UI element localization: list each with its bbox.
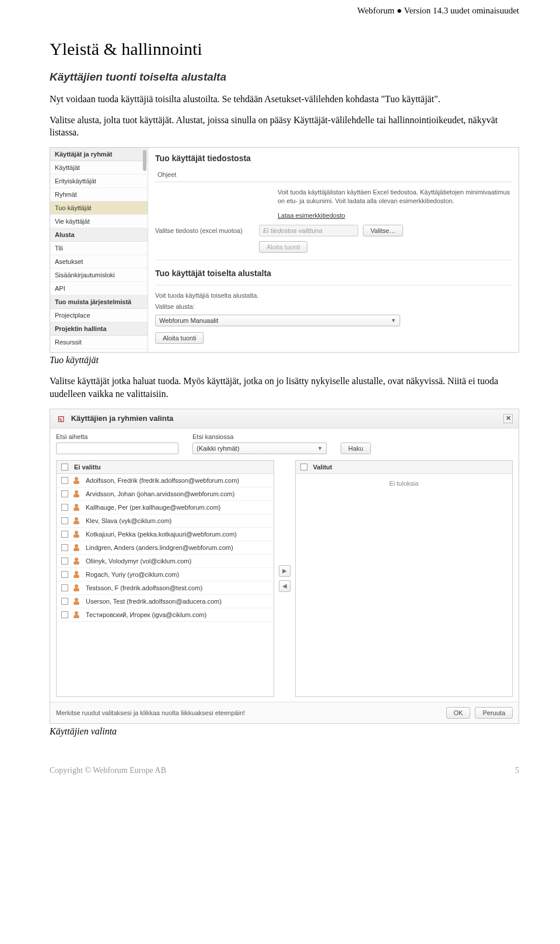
user-checkbox[interactable] <box>61 584 68 591</box>
sidebar-item-specialusers[interactable]: Erityiskäyttäjät <box>50 175 148 188</box>
user-row[interactable]: Arvidsson, Johan (johan.arvidsson@webfor… <box>57 487 274 501</box>
tab-help[interactable]: Ohjeet <box>155 168 184 182</box>
move-right-button[interactable]: ▶ <box>279 565 290 577</box>
ok-button[interactable]: OK <box>446 707 471 719</box>
dialog-title: Käyttäjien ja ryhmien valinta <box>71 414 174 423</box>
user-label: Arvidsson, Johan (johan.arvidsson@webfor… <box>86 490 235 497</box>
page-header-right: Webforum ● Version 14.3 uudet ominaisuud… <box>50 6 519 16</box>
cancel-button[interactable]: Peruuta <box>475 707 513 719</box>
sidebar-item-export-users[interactable]: Vie käyttäjät <box>50 215 148 228</box>
user-checkbox[interactable] <box>61 611 68 618</box>
select-all-unselected-checkbox[interactable] <box>61 464 68 471</box>
user-checkbox[interactable] <box>61 490 68 497</box>
user-row[interactable]: Kotkajuuri, Pekka (pekka.kotkajuuri@webf… <box>57 528 274 541</box>
platform-select[interactable]: Webforum Manuaalit ▼ <box>155 315 400 326</box>
user-row[interactable]: Adolfsson, Fredrik (fredrik.adolfsson@we… <box>57 474 274 487</box>
sidebar-item-settings[interactable]: Asetukset <box>50 255 148 269</box>
label-choose-file: Valitse tiedosto (excel muotoa) <box>155 227 254 234</box>
user-checkbox[interactable] <box>61 544 68 551</box>
select-all-selected-checkbox[interactable] <box>300 464 307 471</box>
user-row[interactable]: Rogach, Yuriy (yro@ciklum.com) <box>57 568 274 581</box>
user-icon <box>73 557 81 565</box>
user-row[interactable]: Testsson, F (fredrik.adolfsson@test.com) <box>57 581 274 595</box>
search-button[interactable]: Haku <box>341 443 371 454</box>
sidebar-group-import-other: Tuo muista järjestelmistä <box>50 295 148 309</box>
scrollbar-thumb[interactable] <box>143 150 146 171</box>
tabbar: Ohjeet <box>155 168 513 182</box>
user-label: Oliinyk, Volodymyr (vol@ciklum.com) <box>86 558 191 565</box>
user-checkbox[interactable] <box>61 558 68 565</box>
search-folder-select[interactable]: (Kaikki ryhmät) ▼ <box>192 443 327 454</box>
user-checkbox[interactable] <box>61 531 68 538</box>
section-title-platform: Tuo käyttäjät toiselta alustalta <box>155 266 513 283</box>
link-download-sample[interactable]: Lataa esimerkkitiedosto <box>278 212 345 219</box>
sidebar-group-project-mgmt: Projektin hallinta <box>50 322 148 336</box>
sidebar-item-loginlog[interactable]: Sisäänkirjautumisloki <box>50 269 148 282</box>
footer-left: Copyright © Webforum Europe AB <box>50 766 166 775</box>
user-row[interactable]: Klev, Slava (vyk@ciklum.com) <box>57 514 274 528</box>
footer-hint: Merkitse ruudut valitaksesi ja klikkaa n… <box>56 709 245 716</box>
selected-header: Valitut <box>313 464 332 471</box>
sidebar-group-platform: Alusta <box>50 228 148 242</box>
sidebar-item-import-users[interactable]: Tuo käyttäjät <box>50 201 148 215</box>
chevron-down-icon: ▼ <box>391 318 396 323</box>
file-input-display: Ei tiedostoa valittuna <box>259 225 358 236</box>
chevron-down-icon: ▼ <box>317 445 323 451</box>
app-icon: ◱ <box>56 414 65 423</box>
user-checkbox[interactable] <box>61 517 68 524</box>
start-import-file-button[interactable]: Aloita tuonti <box>259 241 307 253</box>
chevron-right-icon: ▶ <box>282 567 287 574</box>
user-icon <box>73 503 81 511</box>
user-row[interactable]: Kallhauge, Per (per.kallhauge@webforum.c… <box>57 501 274 514</box>
user-row[interactable]: Lindgren, Anders (anders.lindgren@webfor… <box>57 541 274 555</box>
sidebar-group-users: Käyttäjät ja ryhmät <box>50 148 148 161</box>
sidebar-item-projectplace[interactable]: Projectplace <box>50 309 148 322</box>
heading-2: Käyttäjien tuonti toiselta alustalta <box>50 71 519 83</box>
chevron-left-icon: ◀ <box>282 583 287 589</box>
user-checkbox[interactable] <box>61 571 68 578</box>
sidebar-item-groups[interactable]: Ryhmät <box>50 188 148 201</box>
user-icon <box>73 570 81 579</box>
help-text-platform-1: Voit tuoda käyttäjiä toiselta alustalta. <box>155 291 513 300</box>
sidebar-item-account[interactable]: Tili <box>50 242 148 255</box>
help-text-file: Voit tuoda käyttäjälistan käyttäen Excel… <box>278 188 513 206</box>
close-icon: ✕ <box>506 414 511 422</box>
sidebar-item-api[interactable]: API <box>50 282 148 295</box>
footer-page-number: 5 <box>515 766 519 775</box>
browse-button[interactable]: Valitse… <box>363 225 403 236</box>
user-label: Kotkajuuri, Pekka (pekka.kotkajuuri@webf… <box>86 531 237 538</box>
search-folder-value: (Kaikki ryhmät) <box>197 445 239 452</box>
user-label: Adolfsson, Fredrik (fredrik.adolfsson@we… <box>86 477 239 484</box>
user-icon <box>73 544 81 552</box>
sidebar-item-resources[interactable]: Resurssit <box>50 336 148 349</box>
user-checkbox[interactable] <box>61 477 68 484</box>
caption-2: Käyttäjien valinta <box>50 726 519 737</box>
user-label: Testsson, F (fredrik.adolfsson@test.com) <box>86 584 202 591</box>
user-icon <box>73 611 81 619</box>
paragraph-3: Valitse käyttäjät jotka haluat tuoda. My… <box>50 375 519 400</box>
user-label: Userson, Test (fredrik.adolfsson@aducera… <box>86 598 222 605</box>
user-checkbox[interactable] <box>61 598 68 605</box>
user-label: Klev, Slava (vyk@ciklum.com) <box>86 517 172 524</box>
user-label: Rogach, Yuriy (yro@ciklum.com) <box>86 571 179 578</box>
user-row[interactable]: Userson, Test (fredrik.adolfsson@aducera… <box>57 595 274 608</box>
unselected-list: Ei valittu Adolfsson, Fredrik (fredrik.a… <box>56 460 274 697</box>
main-pane: Tuo käyttäjät tiedostosta Ohjeet Voit tu… <box>148 148 519 353</box>
user-icon <box>73 597 81 605</box>
selected-empty-text: Ei tuloksia <box>296 474 513 493</box>
user-row[interactable]: Oliinyk, Volodymyr (vol@ciklum.com) <box>57 555 274 568</box>
sidebar-item-users[interactable]: Käyttäjät <box>50 161 148 175</box>
platform-select-value: Webforum Manuaalit <box>159 317 218 324</box>
paragraph-1: Nyt voidaan tuoda käyttäjiä toisilta alu… <box>50 93 519 106</box>
move-left-button[interactable]: ◀ <box>279 580 290 592</box>
label-search-subject: Etsi aihetta <box>56 433 178 440</box>
close-button[interactable]: ✕ <box>503 414 513 423</box>
user-checkbox[interactable] <box>61 504 68 511</box>
user-icon <box>73 517 81 525</box>
user-row[interactable]: Тестировский, Игорек (igva@ciklum.com) <box>57 608 274 622</box>
user-icon <box>73 476 81 485</box>
search-subject-input[interactable] <box>56 443 178 454</box>
start-import-platform-button[interactable]: Aloita tuonti <box>155 332 204 344</box>
user-icon <box>73 530 81 538</box>
paragraph-2: Valitse alusta, jolta tuot käyttäjät. Al… <box>50 114 519 139</box>
